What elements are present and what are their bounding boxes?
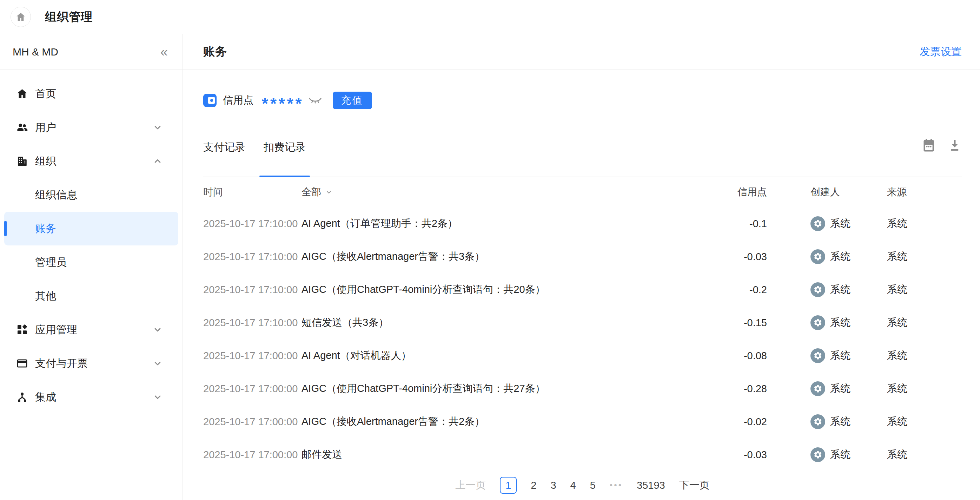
row-credit-points: -0.03 <box>714 251 767 263</box>
row-time: 2025-10-17 17:10:00 <box>203 317 302 329</box>
row-creator: 系统 <box>767 414 887 429</box>
row-description: 邮件发送 <box>302 448 714 462</box>
sidebar-item-integration[interactable]: 集成 <box>4 380 178 414</box>
row-creator: 系统 <box>767 447 887 462</box>
table-header: 时间 全部 信用点 创建人 来源 <box>203 177 962 207</box>
active-indicator <box>4 221 7 236</box>
row-credit-points: -0.02 <box>714 416 767 428</box>
credit-label: 信用点 <box>223 93 253 107</box>
row-creator: 系统 <box>767 282 887 297</box>
row-creator-label: 系统 <box>830 349 851 363</box>
sidebar-item-payment[interactable]: 支付与开票 <box>4 347 178 380</box>
recharge-button[interactable]: 充值 <box>333 92 372 109</box>
sidebar-item-label: 应用管理 <box>35 323 77 337</box>
row-description: AI Agent（订单管理助手：共2条） <box>302 217 714 231</box>
row-time: 2025-10-17 17:00:00 <box>203 383 302 395</box>
row-source: 系统 <box>887 415 962 429</box>
row-description: AIGC（使用ChatGPT-4omini分析查询语句：共27条） <box>302 382 714 396</box>
gear-avatar-icon <box>810 447 825 462</box>
row-creator: 系统 <box>767 348 887 363</box>
row-time: 2025-10-17 17:00:00 <box>203 416 302 428</box>
row-creator: 系统 <box>767 249 887 264</box>
pagination-page-4[interactable]: 4 <box>570 479 576 491</box>
sidebar-item-label: 支付与开票 <box>35 357 88 371</box>
tab-deduction-records[interactable]: 扣费记录 <box>264 140 306 177</box>
sidebar-item-label: 集成 <box>35 390 56 404</box>
row-description: 短信发送（共3条） <box>302 316 714 330</box>
sidebar-item-apps[interactable]: 应用管理 <box>4 313 178 347</box>
row-source: 系统 <box>887 382 962 396</box>
row-creator: 系统 <box>767 216 887 231</box>
payment-icon <box>16 357 28 369</box>
row-time: 2025-10-17 17:00:00 <box>203 350 302 361</box>
chevron-down-icon <box>152 358 163 369</box>
app-title: 组织管理 <box>45 9 93 25</box>
credit-summary: 信用点 ***** 充值 <box>203 92 962 109</box>
tabs: 支付记录扣费记录 <box>203 126 306 177</box>
sidebar-item-billing[interactable]: 账务 <box>4 212 178 245</box>
sidebar-item-org[interactable]: 组织 <box>4 144 178 178</box>
sidebar-item-users[interactable]: 用户 <box>4 111 178 144</box>
gear-avatar-icon <box>810 414 825 429</box>
row-description: AIGC（接收Alertmanager告警：共3条） <box>302 250 714 264</box>
row-creator-label: 系统 <box>830 283 851 297</box>
row-credit-points: -0.28 <box>714 383 767 395</box>
row-credit-points: -0.03 <box>714 449 767 461</box>
apps-icon <box>16 324 28 336</box>
sidebar-nav: 首页用户组织组织信息账务管理员其他应用管理支付与开票集成 <box>0 70 183 414</box>
org-name: MH & MD <box>13 46 58 58</box>
table-row: 2025-10-17 17:00:00邮件发送-0.03系统系统 <box>203 438 962 471</box>
row-description: AI Agent（对话机器人） <box>302 349 714 363</box>
row-source: 系统 <box>887 349 962 363</box>
row-source: 系统 <box>887 316 962 330</box>
pagination-next-button[interactable]: 下一页 <box>679 478 710 492</box>
invoice-settings-link[interactable]: 发票设置 <box>920 45 962 59</box>
sidebar-item-label: 用户 <box>35 121 56 135</box>
table-row: 2025-10-17 17:10:00AIGC（接收Alertmanager告警… <box>203 240 962 273</box>
collapse-sidebar-button[interactable]: « <box>161 45 168 59</box>
pagination-page-last[interactable]: 35193 <box>637 479 665 491</box>
sidebar-item-home[interactable]: 首页 <box>4 77 178 111</box>
chevron-up-icon <box>152 156 163 166</box>
sidebar: MH & MD « 首页用户组织组织信息账务管理员其他应用管理支付与开票集成 <box>0 34 183 500</box>
gear-avatar-icon <box>810 282 825 297</box>
calendar-filter-icon[interactable] <box>922 138 936 177</box>
page-title: 账务 <box>203 44 227 60</box>
tabs-row: 支付记录扣费记录 <box>203 126 962 177</box>
pagination-prev-button[interactable]: 上一页 <box>455 478 486 492</box>
column-credit-points: 信用点 <box>714 185 767 199</box>
sidebar-item-others[interactable]: 其他 <box>4 279 178 313</box>
row-source: 系统 <box>887 283 962 297</box>
tab-payment-records[interactable]: 支付记录 <box>203 140 245 177</box>
users-icon <box>16 121 28 134</box>
pagination-ellipsis[interactable]: ••• <box>610 480 623 490</box>
toggle-balance-visibility-icon[interactable] <box>308 96 322 105</box>
table-row: 2025-10-17 17:10:00短信发送（共3条）-0.15系统系统 <box>203 306 962 339</box>
filter-all-dropdown[interactable]: 全部 <box>302 185 714 199</box>
table-row: 2025-10-17 17:00:00AI Agent（对话机器人）-0.08系… <box>203 339 962 372</box>
page-header: 账务 发票设置 <box>183 34 980 70</box>
column-source: 来源 <box>887 185 962 199</box>
pagination-page-2[interactable]: 2 <box>531 479 536 491</box>
table-body: 2025-10-17 17:10:00AI Agent（订单管理助手：共2条）-… <box>203 207 962 471</box>
row-source: 系统 <box>887 448 962 462</box>
sidebar-item-label: 组织 <box>35 154 56 169</box>
row-credit-points: -0.2 <box>714 284 767 296</box>
sidebar-item-admins[interactable]: 管理员 <box>4 245 178 279</box>
pagination: 上一页12345•••35193下一页 <box>203 477 962 494</box>
sidebar-item-label: 组织信息 <box>35 188 77 202</box>
row-credit-points: -0.1 <box>714 218 767 229</box>
table-row: 2025-10-17 17:00:00AIGC（接收Alertmanager告警… <box>203 405 962 438</box>
gear-avatar-icon <box>810 315 825 330</box>
download-icon[interactable] <box>948 138 962 177</box>
row-creator-label: 系统 <box>830 382 851 396</box>
gear-avatar-icon <box>810 249 825 264</box>
chevron-down-icon <box>152 122 163 133</box>
pagination-page-3[interactable]: 3 <box>550 479 556 491</box>
home-avatar-button[interactable] <box>11 7 31 27</box>
pagination-page-current[interactable]: 1 <box>500 477 517 494</box>
sidebar-item-org-info[interactable]: 组织信息 <box>4 178 178 212</box>
pagination-page-5[interactable]: 5 <box>590 479 596 491</box>
table-row: 2025-10-17 17:10:00AIGC（使用ChatGPT-4omini… <box>203 273 962 306</box>
row-description: AIGC（使用ChatGPT-4omini分析查询语句：共20条） <box>302 283 714 297</box>
